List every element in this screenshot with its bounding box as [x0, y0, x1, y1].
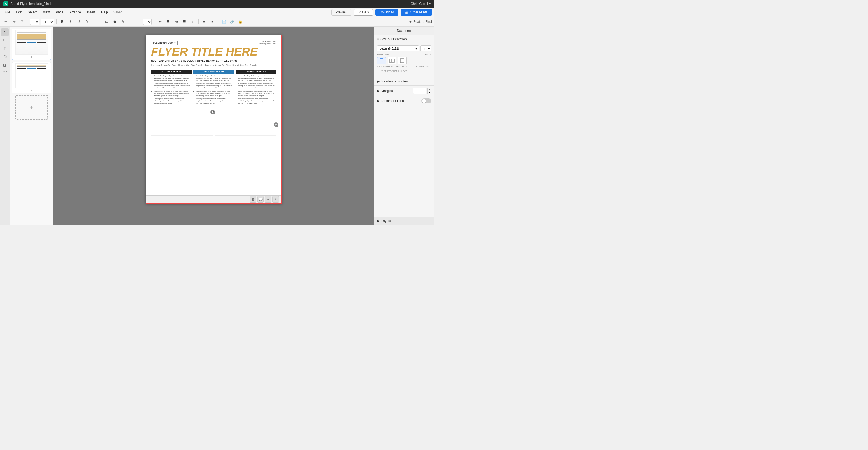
- menu-file[interactable]: File: [2, 9, 13, 15]
- col-3-bullet-2: Exerci tation ullamcorper suscipit lobor…: [239, 83, 276, 89]
- order-label: Order Prints: [410, 10, 428, 14]
- redo-button[interactable]: ↪: [10, 18, 18, 25]
- line-style-button[interactable]: —: [131, 18, 142, 25]
- title-bar: A Brand-Flyer-Template_2.indd Chris Carr…: [0, 0, 434, 8]
- comment-icon-1[interactable]: 💬: [211, 110, 215, 114]
- add-page-container: +: [12, 95, 51, 120]
- background-button[interactable]: [398, 57, 406, 64]
- page-size-select[interactable]: Letter (8.5x11) A4 Custom: [377, 46, 419, 52]
- headers-footers-header[interactable]: ▶ Headers & Footers: [374, 77, 434, 85]
- separator-4: [129, 19, 129, 25]
- margins-up-button[interactable]: ▲: [428, 88, 431, 91]
- link-button[interactable]: 🔗: [229, 18, 236, 25]
- units-select[interactable]: in mm px: [421, 46, 431, 52]
- menu-help[interactable]: Help: [98, 9, 111, 15]
- print-guides-row: Print Product Guides: [377, 68, 431, 74]
- margins-header[interactable]: ▶ Margins ▲ ▼: [374, 86, 434, 96]
- share-label: Share: [358, 10, 366, 14]
- zoom-in-button[interactable]: +: [273, 196, 279, 203]
- col-2-bullet-2: Exerci tation ullamcorper suscipit lobor…: [196, 83, 233, 89]
- align-left-button[interactable]: ⇤: [156, 18, 163, 25]
- background-group: [398, 57, 406, 64]
- text-tool[interactable]: T: [1, 44, 9, 52]
- menu-insert[interactable]: Insert: [84, 9, 98, 15]
- preview-button[interactable]: Preview: [332, 9, 351, 16]
- page-break-button[interactable]: 📄: [220, 18, 227, 25]
- line-size-selector[interactable]: [143, 19, 152, 25]
- page-thumb-1[interactable]: 1: [12, 29, 51, 60]
- document-lock-toggle[interactable]: [422, 98, 431, 103]
- col-1-bullet-2: Exerci tation ullamcorper suscipit lobor…: [154, 83, 191, 89]
- italic-button[interactable]: I: [67, 18, 74, 25]
- spreads-label: SPREADS: [395, 65, 412, 68]
- fill-button[interactable]: ◉: [111, 18, 118, 25]
- share-button[interactable]: Share ▾: [353, 9, 373, 16]
- align-right-button[interactable]: ⇥: [173, 18, 180, 25]
- headers-footers-label: Headers & Footers: [381, 80, 409, 83]
- menu-view[interactable]: View: [40, 9, 53, 15]
- margins-label: Margins: [381, 89, 393, 93]
- zoom-out-button[interactable]: −: [265, 196, 271, 203]
- col-3-bullet-4: Lorem ipsum dolor sit amet, consectetuer…: [239, 98, 276, 104]
- num-list-button[interactable]: ≡: [209, 18, 216, 25]
- page-thumb-2[interactable]: 2: [12, 62, 51, 93]
- binoculars-icon: 👁: [409, 20, 412, 24]
- font-selector[interactable]: [30, 19, 39, 25]
- shape-tool[interactable]: ⬡: [1, 53, 9, 60]
- comments-button[interactable]: 💬: [257, 196, 264, 203]
- align-center-button[interactable]: ☰: [164, 18, 172, 25]
- column-2: COLUMN SUBHEAD Acumin Pro Regular 9 poin…: [193, 70, 234, 107]
- canvas-area[interactable]: SUBORDINATE COPY www.purdue.edu emailto@…: [53, 27, 374, 225]
- user-name: Chris Carrel: [411, 2, 428, 6]
- orientation-portrait-button[interactable]: [377, 57, 386, 64]
- image-tool[interactable]: ▨: [1, 61, 9, 68]
- lock-button[interactable]: 🔒: [237, 18, 244, 25]
- col-2-body: Acumin Pro Regular 9 point, consectetuer…: [193, 74, 234, 107]
- caps-t-button[interactable]: T: [91, 18, 98, 25]
- order-prints-button[interactable]: 🖨 Order Prints: [401, 9, 432, 16]
- col-3-bullet-1: Acumin Pro Regular 9 point, consectetuer…: [239, 75, 276, 82]
- margins-down-button[interactable]: ▼: [428, 91, 431, 94]
- panel-title: Document: [374, 27, 434, 35]
- spreads-button[interactable]: [388, 57, 396, 64]
- orientation-label: ORIENTATION: [377, 65, 394, 68]
- pages-panel: 1 2 +: [10, 27, 53, 225]
- bottom-row: 💬 💬: [151, 109, 276, 136]
- margins-value-input[interactable]: [413, 88, 426, 94]
- font-size-selector[interactable]: pt: [40, 19, 54, 25]
- bold-button[interactable]: B: [59, 18, 66, 25]
- menu-select[interactable]: Select: [25, 9, 39, 15]
- frame-tool[interactable]: ⬚: [1, 36, 9, 44]
- page-2-preview: [15, 63, 48, 88]
- menu-arrange[interactable]: Arrange: [67, 9, 84, 15]
- contact-line1: www.purdue.edu: [258, 41, 276, 43]
- feature-find[interactable]: 👁 Feature Find: [409, 20, 432, 24]
- svg-rect-2: [392, 59, 394, 62]
- column-1: COLUMN SUBHEAD Acumin Pro Regular 9 poin…: [151, 70, 192, 107]
- pen-button[interactable]: ✎: [119, 18, 126, 25]
- user-menu[interactable]: Chris Carrel ▾: [411, 2, 431, 6]
- col-3-body: Acumin Pro Regular 9 point, consectetuer…: [236, 74, 276, 107]
- menu-page[interactable]: Page: [53, 9, 66, 15]
- more-tools[interactable]: • • •: [2, 70, 7, 73]
- orientation-portrait-group: [377, 57, 386, 64]
- underline-button[interactable]: U: [75, 18, 82, 25]
- grid-view-button[interactable]: ⊞: [250, 196, 256, 203]
- page-size-label: PAGE SIZE: [377, 53, 423, 56]
- size-orientation-header[interactable]: ▾ Size & Orientation: [374, 35, 434, 43]
- menu-edit[interactable]: Edit: [13, 9, 25, 15]
- copy-style-button[interactable]: ⊡: [19, 18, 26, 25]
- comment-icon-2[interactable]: 💬: [274, 122, 278, 127]
- bullet-list-button[interactable]: ≡: [201, 18, 208, 25]
- line-spacing-button[interactable]: ↕: [189, 18, 196, 25]
- undo-button[interactable]: ↩: [2, 18, 9, 25]
- add-page-button[interactable]: +: [15, 95, 48, 120]
- download-button[interactable]: Download: [375, 9, 398, 16]
- document-lock-label: Document Lock: [381, 99, 404, 103]
- align-justify-button[interactable]: ☰: [181, 18, 188, 25]
- select-tool[interactable]: ↖: [1, 28, 9, 36]
- frame-button[interactable]: ▭: [103, 18, 110, 25]
- layers-label: Layers: [381, 219, 391, 223]
- caps-button[interactable]: A: [83, 18, 90, 25]
- layers-bar[interactable]: ▶ Layers: [374, 216, 434, 225]
